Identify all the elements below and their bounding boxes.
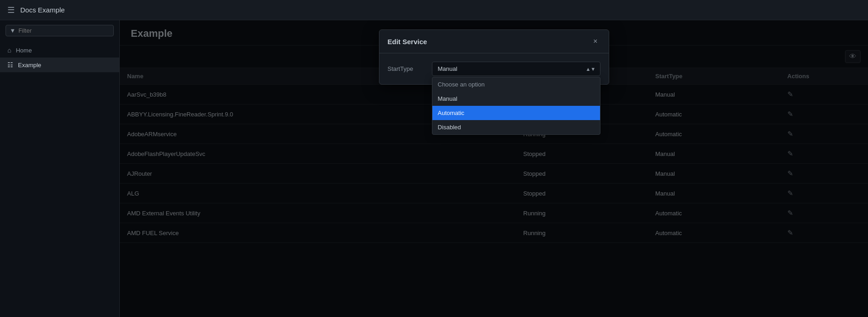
form-row-starttype: StartType Manual ▲▼ Choose an option Man… [388,62,600,76]
filter-input[interactable] [18,27,110,34]
sidebar-filter[interactable]: ▼ [6,25,114,36]
dropdown-option-disabled[interactable]: Disabled [432,120,600,134]
sidebar: ▼ ⌂ Home ☷ Example [0,20,120,317]
modal-title: Edit Service [388,38,427,46]
sidebar-item-example[interactable]: ☷ Example [0,58,119,72]
modal-header: Edit Service × [379,30,609,53]
sidebar-item-home[interactable]: ⌂ Home [0,43,119,58]
dropdown-option-automatic[interactable]: Automatic [432,106,600,120]
sidebar-item-label-home: Home [16,47,32,54]
app-title: Docs Example [20,6,65,14]
topbar: ☰ Docs Example [0,0,868,20]
file-icon: ☷ [7,61,13,69]
menu-icon[interactable]: ☰ [7,5,15,15]
main-layout: ▼ ⌂ Home ☷ Example Example 👁 Name [0,20,868,317]
sidebar-item-label-example: Example [18,62,41,69]
starttype-dropdown: Choose an option Manual Automatic Disabl… [432,77,600,135]
starttype-label: StartType [388,62,425,72]
filter-icon: ▼ [10,27,16,34]
dropdown-option-placeholder[interactable]: Choose an option [432,77,600,92]
modal-body: StartType Manual ▲▼ Choose an option Man… [379,53,609,84]
edit-service-modal: Edit Service × StartType Manual ▲▼ Choos… [379,29,609,85]
modal-close-button[interactable]: × [590,36,600,46]
modal-overlay: Edit Service × StartType Manual ▲▼ Choos… [120,20,868,317]
starttype-select-display[interactable]: Manual [432,62,600,76]
dropdown-option-manual[interactable]: Manual [432,92,600,106]
sidebar-nav: ⌂ Home ☷ Example [0,41,119,74]
content-area: Example 👁 Name Status StartType Actions … [120,20,868,317]
home-icon: ⌂ [7,46,11,54]
starttype-control-wrap: Manual ▲▼ Choose an option Manual Automa… [432,62,600,76]
